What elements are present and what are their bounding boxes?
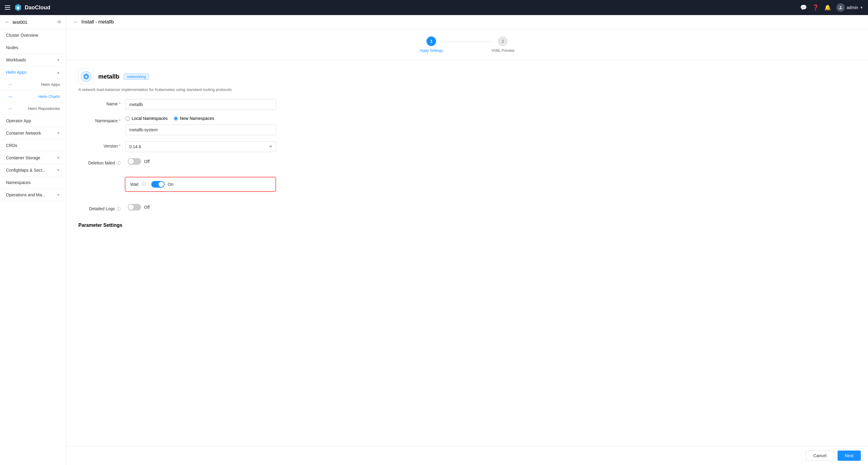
- sidebar-item-helm-apps[interactable]: Helm Apps ▲: [0, 66, 66, 78]
- app-name-label: metallb: [98, 73, 119, 80]
- deletion-failed-toggle-area: Off: [125, 158, 276, 171]
- refresh-icon[interactable]: ⟳: [58, 20, 61, 24]
- main-panel: 1 Apply Settings 2 YAML Preview: [66, 29, 868, 465]
- back-to-clusters-button[interactable]: ←: [5, 19, 10, 25]
- wait-toggle[interactable]: [151, 181, 164, 188]
- local-namespaces-label: Local Namespaces: [132, 116, 167, 121]
- detailed-logs-toggle-row: Off: [125, 204, 276, 210]
- sidebar-item-label: Operator App: [6, 119, 31, 123]
- step2-circle: 2: [498, 36, 507, 46]
- sidebar-item-label: Helm Apps: [6, 70, 27, 75]
- cancel-button[interactable]: Cancel: [806, 451, 834, 461]
- name-input-area: [125, 99, 276, 110]
- sidebar-item-workloads[interactable]: Workloads ▼: [0, 54, 66, 66]
- step-1: 1 Apply Settings: [420, 36, 443, 53]
- namespace-label: Namespace*: [79, 116, 121, 123]
- local-namespaces-radio[interactable]: [125, 116, 130, 121]
- page-header-back-button[interactable]: ←: [73, 19, 79, 25]
- bell-icon[interactable]: 🔔: [824, 4, 831, 11]
- parameter-settings-title: Parameter Settings: [79, 223, 856, 228]
- sidebar-item-label: Nodes: [6, 45, 18, 50]
- sidebar-item-nodes[interactable]: Nodes: [0, 41, 66, 54]
- detailed-logs-label-area: Detailed Logs ⓘ: [79, 204, 121, 212]
- deletion-failed-help-icon[interactable]: ⓘ: [117, 161, 121, 165]
- step-2: 2 YAML Preview: [491, 36, 515, 53]
- menu-icon[interactable]: [5, 5, 10, 10]
- stepper: 1 Apply Settings 2 YAML Preview: [420, 36, 515, 53]
- wait-label-text: Wait: [130, 182, 138, 187]
- page-title: Install - metallb: [82, 19, 114, 25]
- name-input[interactable]: [125, 99, 276, 110]
- topbar-left: DaoCloud: [5, 3, 50, 12]
- version-control-area: 0.14.8: [125, 141, 276, 152]
- step-line: [443, 41, 491, 42]
- chevron-down-icon: ▼: [57, 131, 60, 135]
- sidebar-item-label: Namespaces: [6, 180, 31, 185]
- sidebar-item-label: Container Network: [6, 131, 41, 135]
- name-field-row: Name*: [79, 99, 856, 110]
- namespace-input[interactable]: [125, 124, 276, 135]
- topbar: DaoCloud 💬 ❓ 🔔 admin ▼: [0, 0, 868, 15]
- wait-slider: [151, 181, 164, 188]
- bottom-bar: Cancel Next: [66, 446, 868, 465]
- cluster-name-label: test001: [13, 20, 27, 25]
- new-namespaces-radio[interactable]: [174, 116, 178, 121]
- sidebar-item-container-network[interactable]: Container Network ▼: [0, 127, 66, 139]
- sidebar-item-label: CRDs: [6, 143, 17, 148]
- sidebar-item-namespaces[interactable]: Namespaces: [0, 176, 66, 189]
- chevron-down-icon: ▼: [57, 58, 60, 62]
- deletion-failed-toggle-row: Off: [125, 158, 276, 165]
- help-circle-icon[interactable]: ❓: [812, 4, 819, 11]
- detailed-logs-toggle-area: Off: [125, 204, 276, 217]
- dash-icon: —: [8, 94, 12, 99]
- sidebar: ← test001 ⟳ Cluster Overview Nodes Workl…: [0, 15, 66, 465]
- step1-label: Apply Settings: [420, 48, 443, 53]
- sidebar-item-crds[interactable]: CRDs: [0, 139, 66, 152]
- version-field-row: Version* 0.14.8: [79, 141, 856, 152]
- namespace-field-row: Namespace* Local Namespaces New Namespac…: [79, 116, 856, 135]
- wait-toggle-area: Wait ⓘ On: [125, 177, 276, 198]
- version-select[interactable]: 0.14.8: [125, 141, 276, 152]
- sidebar-item-container-storage[interactable]: Container Storage ▼: [0, 152, 66, 164]
- sidebar-item-label: Helm Charts: [38, 94, 60, 99]
- sidebar-item-operator-app[interactable]: Operator App: [0, 115, 66, 127]
- wait-help-icon[interactable]: ⓘ: [142, 181, 146, 187]
- chevron-up-icon: ▲: [57, 70, 60, 74]
- name-label: Name*: [79, 99, 121, 106]
- namespace-radio-group: Local Namespaces New Namespaces: [125, 116, 276, 121]
- deletion-failed-toggle[interactable]: [128, 158, 141, 165]
- next-button[interactable]: Next: [838, 451, 861, 461]
- daocloud-logo-icon: [14, 3, 22, 12]
- svg-point-0: [840, 6, 841, 7]
- sidebar-item-cluster-overview[interactable]: Cluster Overview: [0, 29, 66, 41]
- detailed-logs-help-icon[interactable]: ⓘ: [117, 207, 121, 211]
- new-namespaces-option[interactable]: New Namespaces: [174, 116, 214, 121]
- detailed-logs-value: Off: [144, 205, 150, 210]
- metallb-logo-icon: [80, 70, 92, 82]
- deletion-failed-label-area: Deletion failed ⓘ: [79, 158, 121, 166]
- sidebar-item-helm-repos[interactable]: — Helm Repositories: [0, 103, 66, 115]
- local-namespaces-option[interactable]: Local Namespaces: [125, 116, 167, 121]
- logo-text: DaoCloud: [25, 4, 50, 11]
- app-tag-badge: networking: [124, 73, 149, 80]
- step1-circle: 1: [427, 36, 436, 46]
- user-chevron-icon: ▼: [860, 6, 863, 9]
- sidebar-item-helm-charts[interactable]: — Helm Charts: [0, 91, 66, 103]
- sidebar-item-label: Helm Apps: [41, 82, 60, 87]
- chat-icon[interactable]: 💬: [800, 4, 807, 11]
- chevron-down-icon: ▼: [57, 193, 60, 197]
- sidebar-item-helm-apps-sub[interactable]: — Helm Apps: [0, 78, 66, 91]
- dash-icon: —: [8, 106, 12, 111]
- sidebar-item-operations[interactable]: Operations and Ma... ▼: [0, 189, 66, 201]
- main-layout: ← test001 ⟳ Cluster Overview Nodes Workl…: [0, 15, 868, 465]
- sidebar-item-label: Cluster Overview: [6, 33, 38, 38]
- page-header: ← Install - metallb: [66, 15, 868, 29]
- sidebar-item-configmaps[interactable]: ConfigMaps & Secr... ▼: [0, 164, 66, 176]
- sidebar-item-label: Operations and Ma...: [6, 193, 45, 197]
- form-area: metallb networking A network load-balanc…: [66, 60, 868, 446]
- user-area[interactable]: admin ▼: [836, 3, 863, 12]
- dash-icon: —: [8, 82, 12, 87]
- detailed-logs-toggle[interactable]: [128, 204, 141, 210]
- version-label: Version*: [79, 141, 121, 148]
- topbar-right: 💬 ❓ 🔔 admin ▼: [800, 3, 863, 12]
